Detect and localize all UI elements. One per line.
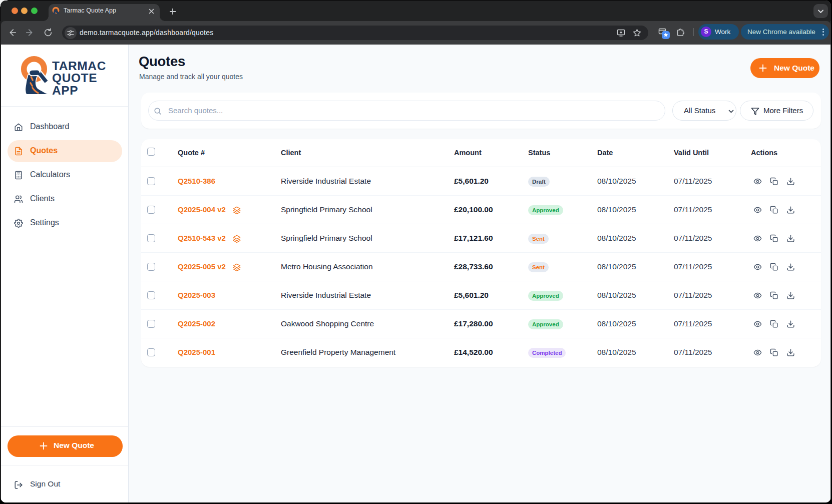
svg-text:APP: APP xyxy=(52,84,78,97)
svg-text:QUOTE: QUOTE xyxy=(52,71,97,85)
svg-text:TARMAC: TARMAC xyxy=(52,59,106,73)
